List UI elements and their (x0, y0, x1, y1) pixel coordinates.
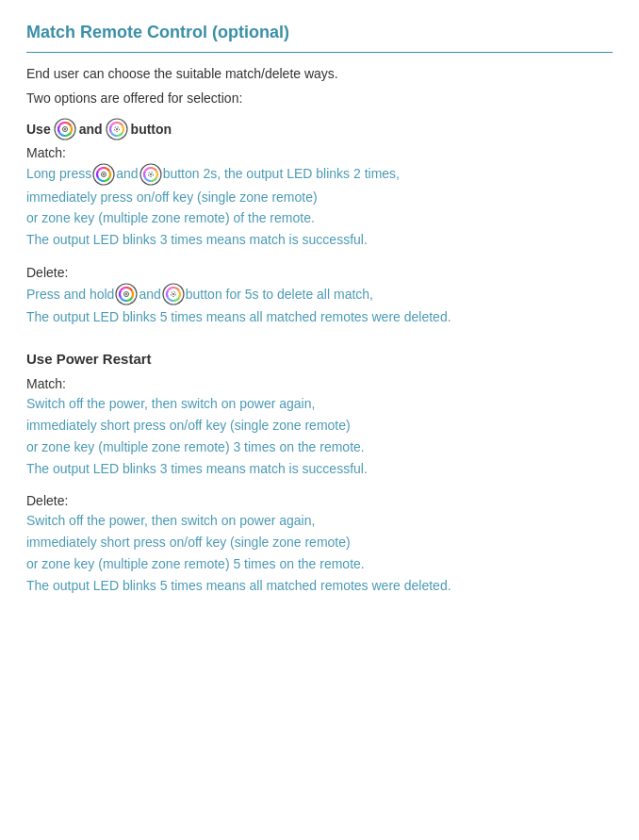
title-divider (26, 52, 613, 53)
use-button-heading: Use and bu (26, 117, 613, 141)
svg-point-11 (103, 173, 105, 175)
rainbow-button-icon-1 (53, 117, 77, 141)
icon2-wrap (105, 117, 129, 141)
rainbow-icon-inline-2a (114, 282, 139, 306)
power-delete-lines: Switch off the power, then switch on pow… (26, 510, 613, 597)
rainbow-icon-inline-2b (161, 282, 186, 306)
delete-line2: The output LED blinks 5 times means all … (26, 306, 613, 327)
match-line4: The output LED blinks 3 times means matc… (26, 229, 613, 250)
power-match-label: Match: (26, 376, 613, 391)
power-delete-line1: Switch off the power, then switch on pow… (26, 510, 613, 532)
svg-point-3 (64, 128, 66, 130)
power-delete-line3: or zone key (multiple zone remote) 5 tim… (26, 553, 613, 575)
power-heading: Use Power Restart (26, 351, 613, 367)
power-delete-line4: The output LED blinks 5 times means all … (26, 575, 613, 597)
rainbow-icon-inline-1b (139, 162, 163, 187)
power-match-line1: Switch off the power, then switch on pow… (26, 393, 613, 415)
intro-text: End user can choose the suitable match/d… (26, 66, 613, 81)
power-match-lines: Switch off the power, then switch on pow… (26, 393, 613, 480)
match-section: Match: Long press and (26, 145, 613, 250)
match-line3: or zone key (multiple zone remote) of th… (26, 207, 613, 228)
delete-and: and (139, 283, 160, 306)
match-line1-post: button 2s, the output LED blinks 2 times… (163, 162, 400, 186)
delete-line1-pre: Press and hold (26, 283, 114, 306)
power-match-line3: or zone key (multiple zone remote) 3 tim… (26, 436, 613, 458)
page-title: Match Remote Control (optional) (26, 23, 613, 42)
match-label: Match: (26, 145, 613, 160)
delete-label: Delete: (26, 265, 613, 280)
svg-point-7 (116, 128, 118, 130)
power-delete-line2: immediately short press on/off key (sing… (26, 532, 613, 553)
power-match-line4: The output LED blinks 3 times means matc… (26, 458, 613, 480)
match-line1: Long press and button 2s, the ou (26, 162, 613, 187)
rainbow-button-icon-2 (105, 117, 129, 141)
use-label: Use (26, 122, 51, 137)
svg-point-15 (150, 173, 152, 175)
two-options-text: Two options are offered for selection: (26, 91, 613, 106)
and-label-1: and (79, 122, 103, 137)
button-label: button (131, 122, 172, 137)
svg-point-19 (125, 293, 127, 295)
match-lines-2-4: immediately press on/off key (single zon… (26, 187, 613, 250)
delete-line1-post: button for 5s to delete all match, (186, 283, 373, 306)
icon1-wrap (53, 117, 77, 141)
match-line1-pre: Long press (26, 162, 91, 186)
power-restart-section: Use Power Restart Match: Switch off the … (26, 351, 613, 598)
svg-point-23 (172, 293, 174, 295)
power-match-line2: immediately short press on/off key (sing… (26, 415, 613, 436)
match-line2: immediately press on/off key (single zon… (26, 187, 613, 207)
delete-section: Delete: Press and hold and (26, 265, 613, 327)
rainbow-icon-inline-1a (91, 162, 116, 187)
match-and: and (116, 162, 138, 186)
delete-line1: Press and hold and button for 5s (26, 282, 613, 306)
power-delete-label: Delete: (26, 493, 613, 508)
